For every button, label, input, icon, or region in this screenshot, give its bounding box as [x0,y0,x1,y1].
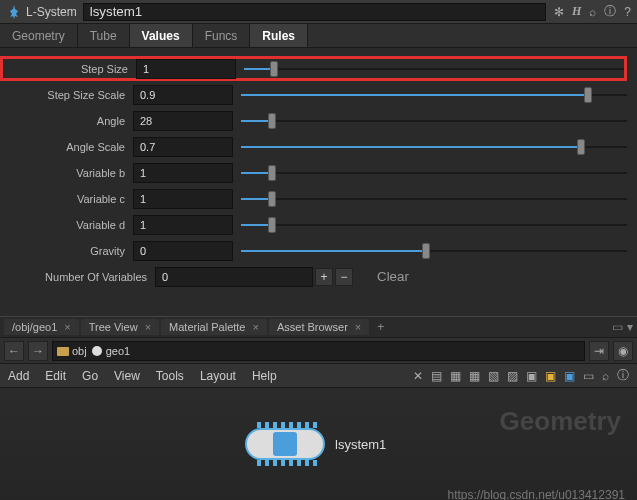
add-tab-button[interactable]: + [371,320,390,334]
info-icon[interactable]: ⓘ [604,3,616,20]
forward-button[interactable]: → [28,341,48,361]
color-icon[interactable]: ▣ [564,369,575,383]
var-c-input[interactable] [133,189,233,209]
menu-bar: Add Edit Go View Tools Layout Help ✕ ▤ ▦… [0,364,637,388]
var-d-slider[interactable] [241,215,627,235]
var-c-label: Variable c [0,193,133,205]
var-d-input[interactable] [133,215,233,235]
path-navbar: ← → obj geo1 ⇥ ◉ [0,338,637,364]
menu-layout[interactable]: Layout [200,369,236,383]
var-c-slider[interactable] [241,189,627,209]
num-vars-label: Number Of Variables [0,271,155,283]
tab-funcs[interactable]: Funcs [193,24,251,47]
var-b-slider[interactable] [241,163,627,183]
tab-values[interactable]: Values [130,24,193,47]
lsystem-node-icon [273,432,297,456]
gravity-input[interactable] [133,241,233,261]
param-step-scale: Step Size Scale [0,82,627,107]
angle-label: Angle [0,115,133,127]
save-icon[interactable]: ▣ [526,369,537,383]
param-tabs: Geometry Tube Values Funcs Rules [0,24,637,48]
search-icon[interactable]: ⌕ [602,369,609,383]
menu-view[interactable]: View [114,369,140,383]
menu-icon[interactable]: ▾ [627,320,633,334]
tab-rules[interactable]: Rules [250,24,308,47]
var-b-input[interactable] [133,163,233,183]
lsystem-icon [6,4,22,20]
geo-icon [91,345,103,357]
back-button[interactable]: ← [4,341,24,361]
pane-tab-tree[interactable]: Tree View× [81,319,159,335]
list-icon[interactable]: ▤ [431,369,442,383]
param-angle: Angle [0,108,627,133]
help-h-icon[interactable]: H [572,4,581,19]
path-field[interactable]: obj geo1 [52,341,585,361]
menu-go[interactable]: Go [82,369,98,383]
step-scale-slider[interactable] [241,85,627,105]
node-label: lsystem1 [335,437,386,452]
network-viewport[interactable]: Geometry lsystem1 https://blog.csdn.net/… [0,388,637,500]
tab-tube[interactable]: Tube [78,24,130,47]
menu-help[interactable]: Help [252,369,277,383]
svg-rect-0 [57,347,69,356]
wire-icon[interactable]: ▨ [507,369,518,383]
clear-button[interactable]: Clear [363,267,423,286]
target-button[interactable]: ◉ [613,341,633,361]
align-icon[interactable]: ▦ [450,369,461,383]
wrench-icon[interactable]: ✕ [413,369,423,383]
grid-icon[interactable]: ▦ [469,369,480,383]
node-name-input[interactable] [83,3,546,21]
params-panel: Step Size Step Size Scale Angle Angle Sc… [0,48,637,298]
step-size-label: Step Size [3,63,136,75]
pin-button[interactable]: ⇥ [589,341,609,361]
step-size-input[interactable] [136,59,236,79]
pane-tabs: /obj/geo1× Tree View× Material Palette× … [0,316,637,338]
gear-icon[interactable]: ✻ [554,5,564,19]
param-var-b: Variable b [0,160,627,185]
angle-input[interactable] [133,111,233,131]
close-icon[interactable]: × [64,321,70,333]
param-step-size: Step Size [0,56,627,81]
menu-add[interactable]: Add [8,369,29,383]
step-scale-label: Step Size Scale [0,89,133,101]
angle-scale-input[interactable] [133,137,233,157]
param-gravity: Gravity [0,238,627,263]
close-icon[interactable]: × [355,321,361,333]
close-icon[interactable]: × [145,321,151,333]
note-icon[interactable]: ▣ [545,369,556,383]
title-bar: L-System ✻ H ⌕ ⓘ ? [0,0,637,24]
close-icon[interactable]: × [253,321,259,333]
info-icon[interactable]: ⓘ [617,367,629,384]
add-var-button[interactable]: + [315,268,333,286]
pane-tab-obj[interactable]: /obj/geo1× [4,319,79,335]
help-icon[interactable]: ? [624,5,631,19]
image-icon[interactable]: ▭ [583,369,594,383]
search-icon[interactable]: ⌕ [589,5,596,19]
step-scale-input[interactable] [133,85,233,105]
var-b-label: Variable b [0,167,133,179]
svg-point-1 [92,346,102,356]
gravity-slider[interactable] [241,241,627,261]
node-body[interactable] [245,428,325,460]
angle-scale-label: Angle Scale [0,141,133,153]
path-seg-obj[interactable]: obj [57,345,87,357]
var-d-label: Variable d [0,219,133,231]
expand-icon[interactable]: ▭ [612,320,623,334]
menu-tools[interactable]: Tools [156,369,184,383]
node-lsystem1[interactable]: lsystem1 [245,428,386,460]
menu-edit[interactable]: Edit [45,369,66,383]
angle-scale-slider[interactable] [241,137,627,157]
step-size-slider[interactable] [244,59,624,79]
gravity-label: Gravity [0,245,133,257]
angle-slider[interactable] [241,111,627,131]
tab-geometry[interactable]: Geometry [0,24,78,47]
pane-tab-asset[interactable]: Asset Browser× [269,319,369,335]
node-type-label: L-System [26,5,77,19]
num-vars-input[interactable] [155,267,313,287]
param-var-c: Variable c [0,186,627,211]
param-angle-scale: Angle Scale [0,134,627,159]
pane-tab-material[interactable]: Material Palette× [161,319,267,335]
layout-icon[interactable]: ▧ [488,369,499,383]
remove-var-button[interactable]: − [335,268,353,286]
path-seg-geo1[interactable]: geo1 [91,345,130,357]
